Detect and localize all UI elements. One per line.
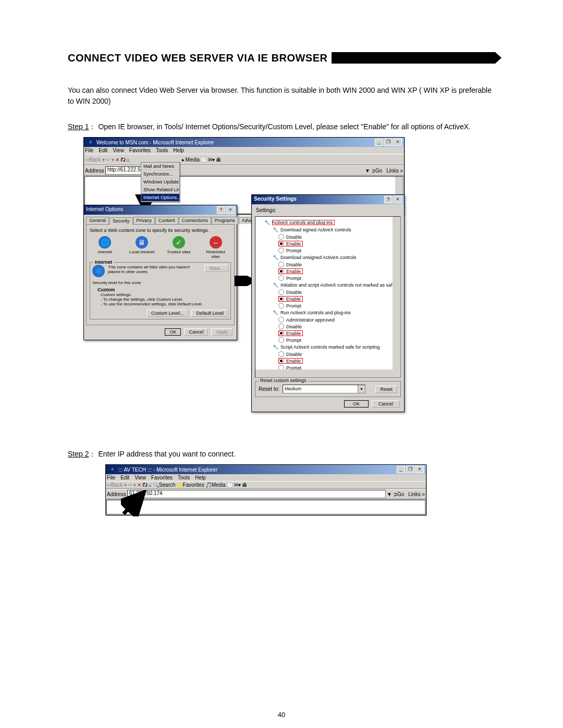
apply-button[interactable]: Apply — [211, 328, 232, 336]
tools-update[interactable]: Windows Update — [141, 178, 179, 186]
opt-disable[interactable]: Disable — [258, 351, 398, 357]
links-label[interactable]: Links » — [408, 491, 425, 497]
menu-view[interactable]: View — [113, 147, 124, 153]
minimize-button[interactable]: _ — [375, 139, 383, 146]
minimize-button[interactable]: _ — [397, 466, 405, 473]
go-button[interactable]: ➲Go — [393, 491, 404, 497]
opt-prompt[interactable]: Prompt — [258, 247, 398, 254]
menu-favorites[interactable]: Favorites — [151, 475, 173, 480]
address-dropdown[interactable]: ▼ — [365, 168, 370, 174]
ok-button[interactable]: OK — [344, 400, 369, 408]
mail-icon[interactable]: ✉▾ — [208, 157, 215, 163]
home-icon[interactable]: ⌂ — [127, 157, 130, 163]
zone-local-intranet[interactable]: 🖥Local intranet — [129, 236, 155, 259]
tab-connections[interactable]: Connections — [179, 217, 211, 224]
tab-programs[interactable]: Programs — [212, 217, 238, 224]
sites-button[interactable]: Sites... — [204, 265, 228, 272]
home-icon[interactable]: ⌂ — [149, 482, 152, 488]
menu-help[interactable]: Help — [173, 147, 184, 153]
stop-icon[interactable]: ✕ — [115, 157, 119, 163]
favorites-button[interactable]: ⭐Favorites — [177, 482, 204, 488]
back-button[interactable]: ⇦Back ▾ — [85, 157, 105, 163]
tools-internet-options[interactable]: Internet Options... — [141, 194, 179, 202]
cancel-button[interactable]: Cancel — [184, 328, 208, 336]
opt-enable[interactable]: Enable — [258, 330, 398, 337]
opt-enable[interactable]: Enable — [258, 295, 398, 302]
media-button[interactable]: Media — [186, 157, 200, 163]
ok-button[interactable]: OK — [165, 328, 181, 336]
zone-restricted[interactable]: –Restricted sites — [203, 236, 229, 259]
opt-disable[interactable]: Disable — [258, 323, 398, 330]
refresh-icon[interactable]: 🗘 — [120, 157, 126, 163]
default-level-button[interactable]: Default Level — [191, 310, 228, 317]
opt-prompt[interactable]: Prompt — [258, 302, 398, 309]
history-icon[interactable]: 🕒 — [201, 157, 207, 163]
sec-help-button[interactable]: ? — [384, 196, 393, 203]
menu-tools[interactable]: Tools — [178, 475, 190, 480]
opt-enable[interactable]: Enable — [258, 240, 398, 247]
reset-to-select[interactable]: Medium — [283, 385, 365, 393]
cancel-button[interactable]: Cancel — [372, 400, 400, 408]
ie-toolbar: ⇦Back ▾ ⇨ ▾ ✕ 🗘 ⌂ ▸ Media 🕒 ✉▾ 🖶 Mail an… — [84, 154, 404, 165]
custom-line3: - To use the recommended settings, click… — [101, 302, 228, 306]
search-button[interactable]: 🔍Search — [153, 482, 176, 488]
activex-icon: 🔧 — [272, 310, 278, 316]
maximize-button[interactable]: ❐ — [384, 139, 393, 146]
stop-icon[interactable]: ✕ — [137, 482, 141, 488]
opt-disable[interactable]: Disable — [258, 261, 398, 268]
forward-button[interactable]: ⇨ ▾ — [128, 482, 136, 488]
zone-internet[interactable]: 🌐Internet — [92, 236, 118, 259]
opt-disable[interactable]: Disable — [258, 289, 398, 295]
step-2: Step 2： Enter IP address that you want t… — [68, 450, 495, 459]
menu-tools[interactable]: Tools — [156, 147, 168, 153]
go-button[interactable]: ➲Go — [371, 168, 382, 174]
opt-prompt[interactable]: Prompt — [258, 275, 398, 281]
menu-edit[interactable]: Edit — [99, 147, 107, 153]
settings-tree[interactable]: 🔧ActiveX controls and plug-ins 🔧Download… — [255, 216, 401, 378]
menu-file[interactable]: File — [107, 475, 115, 480]
ie-title: Welcome to MSN.com - Microsoft Internet … — [96, 140, 214, 145]
tools-sync[interactable]: Synchronize... — [141, 170, 179, 178]
close-button[interactable]: × — [415, 466, 424, 473]
menu-view[interactable]: View — [134, 475, 146, 480]
refresh-icon[interactable]: 🗘 — [142, 482, 148, 488]
mail-icon[interactable]: ✉▾ — [234, 482, 241, 488]
menu-help[interactable]: Help — [195, 475, 206, 480]
reset-button[interactable]: Reset — [375, 386, 397, 393]
back-button[interactable]: ⇦Back ▾ — [107, 482, 127, 488]
menu-edit[interactable]: Edit — [120, 475, 129, 480]
settings-scrollbar-h[interactable] — [255, 369, 393, 377]
tab-content[interactable]: Content — [155, 217, 178, 224]
io-close-button[interactable]: × — [226, 206, 235, 214]
opt-enable[interactable]: Enable — [258, 268, 398, 275]
settings-scrollbar-v[interactable] — [393, 217, 400, 377]
zone-trusted[interactable]: ✓Trusted sites — [166, 236, 192, 259]
address-input[interactable]: 61.222.50.174 — [127, 490, 386, 498]
zones-row: 🌐Internet 🖥Local intranet ✓Trusted sites… — [90, 236, 231, 259]
print-icon[interactable]: 🖶 — [216, 157, 221, 163]
tab-privacy[interactable]: Privacy — [133, 217, 155, 224]
custom-level-button[interactable]: Custom Level... — [146, 310, 189, 317]
tools-related[interactable]: Show Related Links — [141, 186, 179, 194]
menu-file[interactable]: File — [85, 147, 93, 153]
links-label[interactable]: Links » — [386, 168, 403, 174]
address-dropdown[interactable]: ▼ — [387, 491, 392, 497]
tab-general[interactable]: General — [86, 217, 109, 224]
menu-favorites[interactable]: Favorites — [129, 147, 151, 153]
maximize-button[interactable]: ❐ — [406, 466, 414, 473]
close-button[interactable]: × — [394, 139, 402, 146]
print-icon[interactable]: 🖶 — [242, 482, 247, 488]
internet-options-dialog: Internet Options ? × General Security Pr… — [83, 205, 237, 340]
sec-close-button[interactable]: × — [394, 196, 402, 203]
io-help-button[interactable]: ? — [217, 206, 225, 214]
tools-mail[interactable]: Mail and News — [141, 163, 179, 170]
forward-button[interactable]: ⇨ ▾ — [106, 157, 114, 163]
opt-admin[interactable]: Administrator approved — [258, 316, 398, 323]
tab-security[interactable]: Security — [109, 217, 133, 225]
media-button[interactable]: 🎵Media — [205, 482, 226, 488]
ie-icon: e — [87, 139, 94, 145]
history-icon[interactable]: 🕒 — [227, 482, 233, 488]
opt-enable[interactable]: Enable — [258, 357, 398, 364]
opt-disable[interactable]: Disable — [258, 233, 398, 240]
opt-prompt[interactable]: Prompt — [258, 337, 398, 343]
